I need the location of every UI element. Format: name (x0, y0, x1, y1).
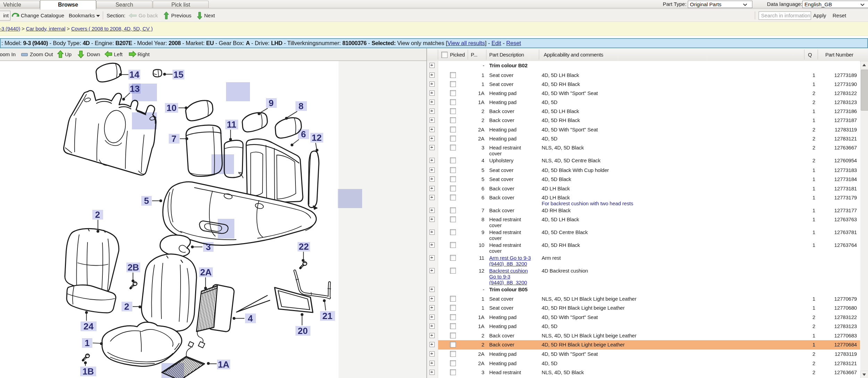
svg-text:22: 22 (299, 241, 309, 252)
svg-text:1A: 1A (218, 359, 229, 370)
svg-text:12: 12 (312, 132, 322, 143)
svg-text:2: 2 (95, 209, 100, 220)
svg-text:15: 15 (174, 69, 184, 80)
svg-text:9: 9 (269, 98, 274, 108)
svg-text:1B: 1B (82, 366, 94, 377)
svg-text:20: 20 (298, 326, 308, 336)
svg-text:3: 3 (206, 242, 211, 252)
svg-text:5: 5 (144, 196, 149, 206)
svg-text:7: 7 (172, 134, 176, 144)
svg-text:4: 4 (248, 313, 253, 324)
svg-text:8: 8 (299, 101, 303, 111)
svg-text:2: 2 (124, 301, 129, 312)
svg-text:2A: 2A (200, 267, 211, 277)
svg-text:13: 13 (130, 84, 140, 94)
svg-text:24: 24 (84, 321, 94, 332)
svg-text:10: 10 (167, 103, 177, 113)
svg-text:21: 21 (323, 311, 333, 321)
svg-text:11: 11 (227, 119, 236, 130)
svg-text:2B: 2B (127, 262, 139, 273)
svg-text:1: 1 (85, 338, 90, 348)
svg-text:14: 14 (130, 69, 140, 80)
svg-text:6: 6 (301, 129, 306, 139)
